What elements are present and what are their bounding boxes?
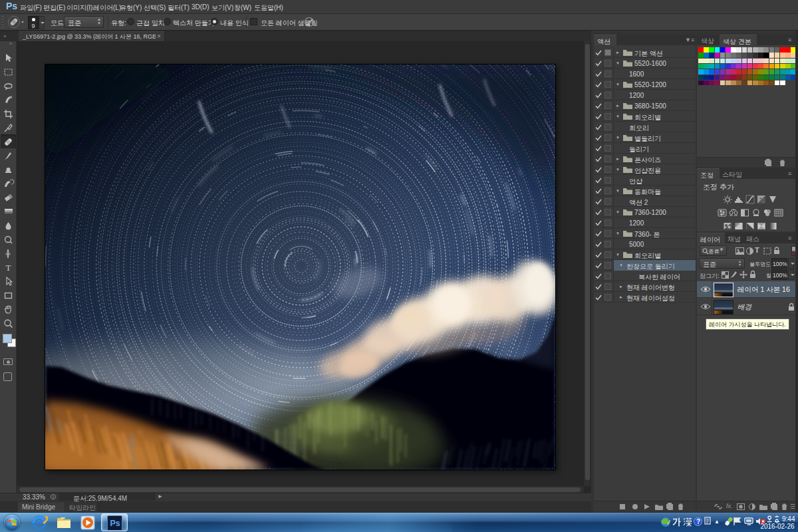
svg-text:+: + (759, 196, 762, 200)
svg-text:-: - (763, 200, 764, 203)
svg-text:T: T (6, 263, 11, 273)
